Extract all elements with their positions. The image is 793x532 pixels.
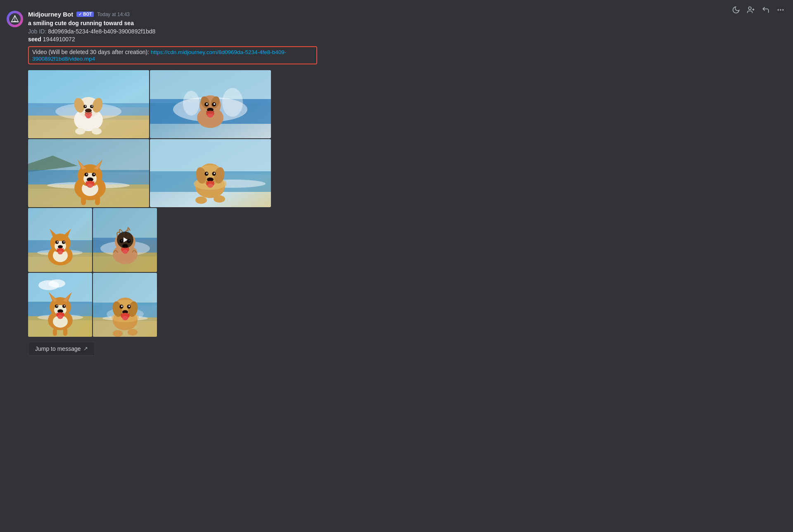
dog-image-2[interactable]	[150, 70, 271, 138]
svg-point-32	[222, 88, 243, 117]
svg-point-22	[92, 105, 93, 106]
dog-image-5a[interactable]	[28, 208, 92, 272]
bot-badge: BOT	[76, 12, 94, 17]
message-content: Midjourney Bot BOT Today at 14:43 a smil…	[28, 11, 365, 356]
svg-point-41	[214, 103, 215, 105]
seed-line: seed 1944910072	[28, 35, 365, 44]
image-row-3	[28, 208, 272, 337]
bottom-row-1	[28, 208, 157, 272]
svg-point-40	[206, 103, 208, 105]
svg-point-3	[778, 9, 779, 10]
svg-point-117	[123, 250, 128, 254]
svg-rect-142	[63, 328, 67, 336]
svg-point-84	[195, 196, 207, 204]
svg-point-161	[122, 316, 128, 320]
play-button[interactable]	[117, 232, 133, 248]
prompt-text: a smiling cute dog running toward sea	[28, 20, 134, 26]
svg-point-163	[128, 329, 138, 336]
svg-point-101	[64, 241, 65, 242]
svg-point-137	[57, 305, 58, 306]
svg-point-26	[92, 128, 102, 135]
dog-image-6a[interactable]	[28, 273, 92, 337]
svg-point-162	[113, 330, 123, 337]
svg-point-83	[207, 184, 213, 188]
dog-image-5b[interactable]	[93, 208, 157, 272]
external-link-icon: ↗	[83, 345, 88, 352]
svg-point-18	[85, 109, 92, 113]
dog-image-4[interactable]	[150, 139, 271, 207]
prompt-line: a smiling cute dog running toward sea	[28, 19, 365, 28]
bottom-image-grid	[28, 208, 157, 337]
svg-point-21	[85, 105, 86, 106]
svg-point-122	[49, 279, 65, 288]
reply-icon[interactable]	[760, 4, 772, 16]
sender-name: Midjourney Bot	[28, 11, 73, 18]
job-id-label: Job ID:	[28, 28, 46, 35]
svg-point-62	[94, 173, 95, 175]
job-id-line: Job ID: 8d0969da-5234-4fe8-b409-3900892f…	[28, 28, 365, 36]
message-meta: Midjourney Bot BOT Today at 14:43	[28, 11, 365, 18]
dog-image-1[interactable]	[28, 70, 149, 138]
svg-marker-118	[123, 237, 128, 242]
svg-point-24	[86, 114, 91, 118]
svg-point-61	[86, 173, 88, 175]
svg-point-85	[214, 195, 225, 203]
message-header: Midjourney Bot BOT Today at 14:43 a smil…	[7, 11, 365, 356]
seed-label: seed	[28, 36, 41, 43]
svg-point-64	[87, 184, 93, 188]
svg-point-138	[64, 305, 65, 306]
dog-image-3[interactable]	[28, 139, 149, 207]
video-link-box: Video (Will be deleted 30 days after cre…	[28, 46, 317, 64]
jump-label: Jump to message	[35, 345, 81, 352]
svg-point-31	[183, 91, 199, 116]
svg-rect-65	[81, 197, 86, 205]
message-container: Midjourney Bot BOT Today at 14:43 a smil…	[0, 4, 372, 364]
svg-point-103	[58, 251, 63, 254]
svg-point-80	[207, 173, 208, 174]
svg-point-5	[782, 9, 784, 10]
svg-point-43	[207, 113, 213, 118]
more-options-icon[interactable]	[775, 4, 786, 16]
timestamp: Today at 14:43	[97, 12, 130, 17]
image-row-1	[28, 70, 272, 138]
job-id-value: 8d0969da-5234-4fe8-b409-3900892f1bd8	[48, 28, 155, 35]
svg-point-159	[128, 305, 130, 307]
svg-point-0	[748, 7, 751, 10]
svg-point-97	[58, 245, 63, 248]
video-label: Video	[32, 49, 47, 55]
image-row-2	[28, 139, 272, 207]
top-bar	[724, 0, 793, 20]
moon-icon[interactable]	[730, 4, 742, 16]
svg-rect-141	[53, 329, 57, 336]
bottom-row-2	[28, 273, 157, 337]
svg-point-158	[121, 305, 123, 307]
image-grid	[28, 70, 272, 337]
svg-point-4	[780, 9, 781, 10]
svg-point-140	[58, 315, 63, 319]
avatar	[7, 11, 23, 27]
svg-point-81	[214, 173, 215, 174]
svg-point-100	[57, 241, 58, 242]
dog-image-6b[interactable]	[93, 273, 157, 337]
jump-to-message-button[interactable]: Jump to message ↗	[28, 342, 95, 356]
friend-icon[interactable]	[745, 4, 757, 16]
svg-rect-66	[95, 196, 100, 205]
svg-point-25	[75, 128, 85, 135]
